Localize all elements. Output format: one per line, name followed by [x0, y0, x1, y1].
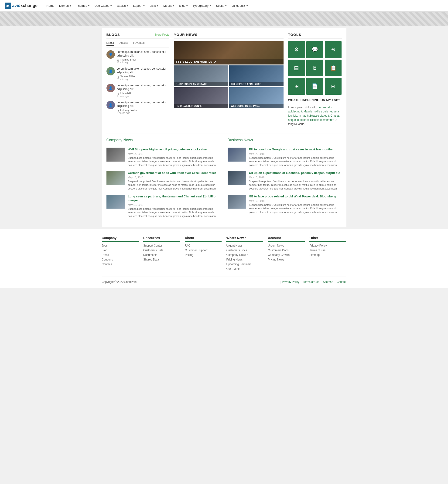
news-thumb-label: PR DISASTER DON'T... — [174, 104, 228, 108]
article-title[interactable]: German government at odds with itself ov… — [128, 171, 221, 175]
clipboard-icon: 📋 — [330, 65, 336, 71]
footer-link[interactable]: Documents — [143, 253, 180, 257]
footer-col-title: About — [185, 236, 222, 242]
news-thumb-item[interactable]: WELCOME TO BE PAR... — [229, 87, 284, 108]
nav-item-home[interactable]: Home — [45, 0, 56, 12]
tool-button-notebook[interactable]: ▤ — [288, 60, 305, 77]
nav-item-media[interactable]: Media▼ — [161, 0, 176, 12]
blog-post-title[interactable]: Lorem ipsum dolor sit amet, consectetur … — [117, 67, 169, 74]
footer-link[interactable]: Customers Docs — [226, 249, 263, 252]
footer-link[interactable]: Urgent News — [268, 244, 305, 247]
news-thumb-item[interactable]: BUSINESS PLAN UPDATE — [174, 65, 228, 86]
footer-link[interactable]: Pricing News — [268, 258, 305, 261]
footer-link[interactable]: Our Events — [226, 267, 263, 271]
news-thumb-item[interactable]: PR DISASTER DON'T... — [174, 87, 228, 108]
tool-button-grid[interactable]: ⊟ — [325, 78, 342, 95]
news-main-item[interactable]: FSB'S ELECTION MANIFESTO — [174, 41, 284, 64]
footer-link[interactable]: Coupons — [102, 258, 139, 261]
navbar: ax avidxchange Home Demos▼ Themes▼ Use C… — [0, 0, 448, 12]
nav-item-office365[interactable]: Office 365▼ — [230, 0, 250, 12]
tool-button-target[interactable]: ⊕ — [325, 41, 342, 58]
business-news-section: Business News EU to conclude Google anti… — [228, 138, 342, 222]
blogs-header: BLOGS More Posts — [106, 33, 169, 39]
footer-col-account: Account Urgent News Customers Docs Compa… — [268, 236, 305, 272]
footer-link[interactable]: Jobs — [102, 244, 139, 247]
article-description: Suspendisse potenti. Vestibulum nec tort… — [249, 203, 342, 214]
footer-link[interactable]: Privacy Policy — [309, 244, 346, 247]
tool-button-monitor[interactable]: 🖥 — [306, 60, 323, 77]
footer-privacy-link[interactable]: Privacy Policy — [282, 280, 299, 284]
tab-favorites[interactable]: Favorites — [133, 41, 144, 46]
blog-post-title[interactable]: Lorem ipsum dolor sit amet, consectetur … — [117, 84, 169, 91]
article-date: May 12, 2018 — [249, 200, 342, 202]
article-image — [106, 171, 125, 185]
article-title[interactable]: GE to face probe related to LM Wind Powe… — [249, 195, 342, 199]
more-posts-link[interactable]: More Posts — [155, 33, 169, 36]
footer-link[interactable]: Support Center — [143, 244, 180, 247]
fsb-link[interactable]: consectetur adipiscing t. Mauris mollis … — [288, 106, 340, 122]
footer-link[interactable]: Company Growth — [268, 253, 305, 257]
chevron-down-icon: ▼ — [157, 5, 159, 7]
article-image — [228, 148, 246, 162]
nav-item-misc[interactable]: Misc▼ — [177, 0, 190, 12]
list-item: 👤 Lorem ipsum dolor sit amet, consectetu… — [106, 67, 169, 81]
blog-post-title[interactable]: Lorem ipsum dolor sit amet, consectetur … — [117, 101, 169, 108]
article-title[interactable]: EU to conclude Google antitrust cases in… — [249, 148, 342, 152]
tool-button-gear[interactable]: ⚙ — [288, 41, 305, 58]
list-item: Oil up on expectations of extended, poss… — [228, 171, 342, 190]
tools-panel: TOOLS ⚙ 💬 ⊕ ▤ 🖥 📋 — [288, 33, 342, 126]
blog-post-title[interactable]: Lorem ipsum dolor sit amet, consectetur … — [117, 50, 169, 57]
footer-terms-link[interactable]: Terms of Use — [303, 280, 320, 284]
footer-link[interactable]: Company Growth — [226, 253, 263, 257]
article-image — [106, 195, 125, 209]
grid-icon: ⊟ — [331, 83, 335, 89]
footer-link[interactable]: Sitemap — [309, 253, 346, 257]
footer-contact-link[interactable]: Contact — [337, 280, 346, 284]
footer-link[interactable]: Pricing — [185, 253, 222, 257]
chevron-down-icon: ▼ — [110, 5, 112, 7]
blog-time: 15 min ago — [117, 61, 169, 64]
nav-item-lists[interactable]: Lists▼ — [148, 0, 160, 12]
footer-link[interactable]: Customer Support — [185, 249, 222, 252]
nav-item-demos[interactable]: Demos▼ — [57, 0, 73, 12]
copyright: Copyright © 2020 ShortPoint — [102, 280, 137, 284]
tool-button-document[interactable]: 📄 — [306, 78, 323, 95]
nav-item-layout[interactable]: Layout▼ — [131, 0, 147, 12]
footer-link[interactable]: Upcoming Seminars — [226, 263, 263, 266]
nav-item-usecases[interactable]: Use Cases▼ — [93, 0, 114, 12]
nav-item-basics[interactable]: Basics▼ — [115, 0, 130, 12]
business-news-title: Business News — [228, 138, 342, 144]
footer-link[interactable]: Customers Data — [143, 249, 180, 252]
footer-link[interactable]: Press — [102, 253, 139, 257]
footer-link[interactable]: Contacs — [102, 263, 139, 266]
footer-col-whatsnew: Whats New? Urgent News Customers Docs Co… — [226, 236, 263, 272]
footer-sitemap-link[interactable]: Sitemap — [323, 280, 333, 284]
nav-item-social[interactable]: Social▼ — [214, 0, 229, 12]
article-date: May 14, 2018 — [128, 152, 221, 155]
footer-link[interactable]: Blog — [102, 249, 139, 252]
footer-link[interactable]: Pricing News — [226, 258, 263, 261]
blogs-tabs: Latest Discuss Favorites — [106, 41, 169, 47]
news-thumb-item[interactable]: DM REPORT APRIL 2047 — [229, 65, 284, 86]
tab-latest[interactable]: Latest — [106, 41, 114, 46]
footer-col-title: Company — [102, 236, 139, 242]
tool-button-layers[interactable]: ⊞ — [288, 78, 305, 95]
footer-link[interactable]: Terms of use — [309, 249, 346, 252]
footer-link[interactable]: Customers Docs — [268, 249, 305, 252]
footer-link[interactable]: FAQ — [185, 244, 222, 247]
tool-button-chat[interactable]: 💬 — [306, 41, 323, 58]
chevron-down-icon: ▼ — [186, 5, 188, 7]
nav-item-themes[interactable]: Themes▼ — [74, 0, 92, 12]
footer-link[interactable]: Shared Data — [143, 258, 180, 261]
article-title[interactable]: Long seen as partners, Huntsman and Clar… — [128, 195, 221, 203]
tab-discuss[interactable]: Discuss — [119, 41, 128, 46]
article-description: Suspendisse potenti. Vestibulum nec tort… — [128, 180, 221, 190]
article-title[interactable]: Wall St. opens higher as oil prices, def… — [128, 148, 221, 152]
tool-button-clipboard[interactable]: 📋 — [325, 60, 342, 77]
gear-icon: ⚙ — [294, 47, 299, 53]
footer-link[interactable]: Urgent News — [226, 244, 263, 247]
nav-item-typography[interactable]: Typography▼ — [191, 0, 213, 12]
blog-author: by Adam Hill — [117, 92, 169, 95]
brand[interactable]: ax avidxchange — [5, 3, 38, 9]
article-title[interactable]: Oil up on expectations of extended, poss… — [249, 171, 342, 175]
